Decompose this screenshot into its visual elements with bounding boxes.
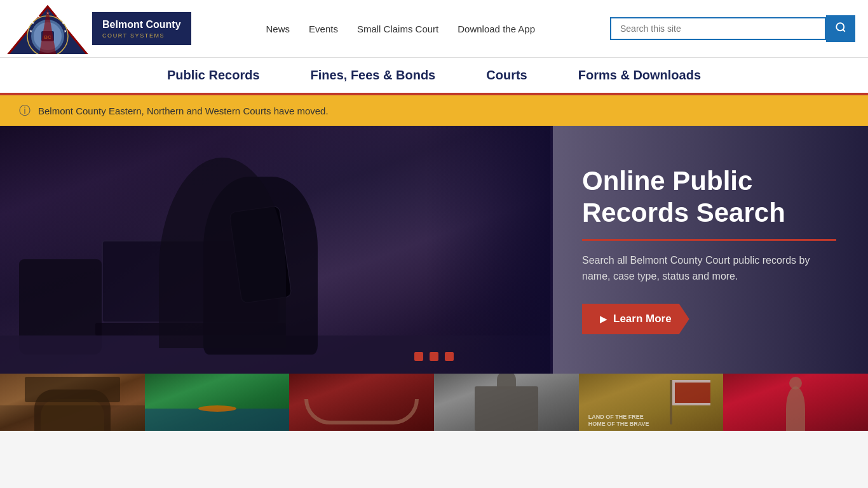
nav-small-claims[interactable]: Small Claims Court: [357, 24, 438, 34]
svg-line-16: [843, 29, 844, 31]
logo-triangle: BC ★ ★ ★ ★ ★ ★ ★: [0, 3, 95, 54]
hero-divider: [582, 239, 836, 241]
svg-text:★: ★: [64, 29, 67, 33]
photo-strip-patriotic: LAND OF THE FREEHOME OF THE BRAVE: [579, 374, 724, 431]
slide-dot-1[interactable]: [414, 352, 423, 361]
slide-dots: [414, 352, 454, 361]
bottom-section: [0, 431, 868, 488]
nav-forms-downloads[interactable]: Forms & Downloads: [578, 68, 701, 83]
nav-fines-fees[interactable]: Fines, Fees & Bonds: [311, 68, 436, 83]
hero-background-image: [0, 126, 553, 374]
search-button[interactable]: [826, 15, 855, 42]
search-input[interactable]: [610, 17, 826, 40]
nav-courts[interactable]: Courts: [486, 68, 527, 83]
hero-title: Online Public Records Search: [582, 165, 836, 229]
header-row1: BC ★ ★ ★ ★ ★ ★ ★ Belmont County COURT SY…: [0, 0, 868, 57]
nav-news[interactable]: News: [266, 24, 290, 34]
photo-strip: LAND OF THE FREEHOME OF THE BRAVE: [0, 374, 868, 431]
brand-subtitle: COURT SYSTEMS: [102, 32, 181, 39]
top-nav: News Events Small Claims Court Download …: [191, 24, 610, 34]
brand-text: Belmont County COURT SYSTEMS: [92, 12, 191, 46]
svg-text:★: ★: [31, 21, 34, 25]
svg-point-15: [836, 23, 844, 30]
alert-bar: ⓘ Belmont County Eastern, Northern and W…: [0, 95, 868, 126]
photo-strip-courthouse: [434, 374, 579, 431]
nav-events[interactable]: Events: [309, 24, 338, 34]
photo-strip-bridge-city: [289, 374, 434, 431]
alert-icon: ⓘ: [19, 103, 31, 118]
svg-text:★: ★: [56, 15, 59, 18]
header: BC ★ ★ ★ ★ ★ ★ ★ Belmont County COURT SY…: [0, 0, 868, 95]
brand-area: BC ★ ★ ★ ★ ★ ★ ★ Belmont County COURT SY…: [0, 3, 191, 54]
photo-strip-kayak: [145, 374, 290, 431]
hero-section: Online Public Records Search Search all …: [0, 126, 868, 374]
photo-strip-covered-bridge: [0, 374, 145, 431]
hero-description: Search all Belmont County Court public r…: [582, 252, 836, 285]
search-area: [610, 15, 855, 42]
slide-dot-2[interactable]: [430, 352, 438, 361]
brand-name: Belmont County: [102, 18, 181, 32]
svg-text:★: ★: [62, 21, 65, 25]
hero-content: Online Public Records Search Search all …: [550, 126, 868, 374]
photo-strip-statue: [723, 374, 868, 431]
svg-text:★: ★: [37, 15, 40, 18]
secondary-nav: Public Records Fines, Fees & Bonds Court…: [0, 57, 868, 93]
alert-message: Belmont County Eastern, Northern and Wes…: [38, 105, 329, 116]
svg-text:★: ★: [29, 29, 32, 33]
learn-more-button[interactable]: Learn More: [582, 304, 689, 334]
slide-dot-3[interactable]: [445, 352, 454, 361]
nav-public-records[interactable]: Public Records: [167, 68, 260, 83]
nav-download-app[interactable]: Download the App: [458, 24, 535, 34]
